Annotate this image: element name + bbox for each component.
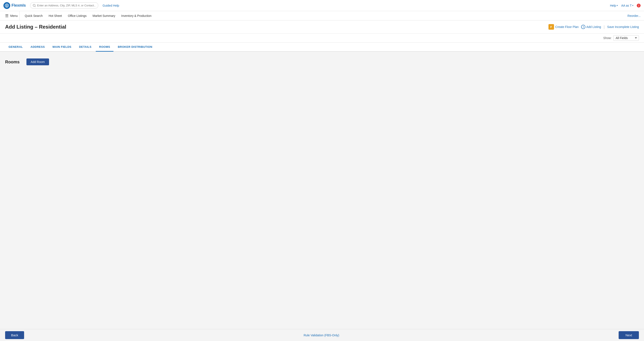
create-floor-plan-button[interactable]: F Create Floor Plan — [548, 24, 579, 30]
nav-hot-sheet[interactable]: Hot Sheet — [46, 11, 64, 20]
tab-general[interactable]: GENERAL — [5, 43, 26, 52]
top-navigation: Flexmls Guided Help Help ▾ AA as T ▾ 2 — [0, 0, 644, 11]
search-input[interactable] — [37, 4, 96, 7]
second-navigation: ☰ Menu Quick Search Hot Sheet Office Lis… — [0, 11, 644, 21]
search-bar[interactable] — [30, 2, 98, 9]
help-button[interactable]: Help ▾ — [610, 4, 618, 7]
user-chevron-icon: ▾ — [632, 4, 633, 7]
logo-text: Flexmls — [12, 3, 26, 8]
svg-line-2 — [35, 6, 36, 7]
show-filter-row: Show: All Fields — [0, 34, 644, 43]
info-icon: i — [581, 25, 585, 29]
separator: | — [604, 25, 605, 29]
tab-broker-distribution[interactable]: BROKER DISTRIBUTION — [114, 43, 156, 52]
tab-address[interactable]: ADDRESS — [27, 43, 48, 52]
add-listing-button[interactable]: i Add Listing — [581, 25, 601, 29]
search-icon — [33, 4, 36, 7]
guided-help-link[interactable]: Guided Help — [102, 4, 119, 7]
user-menu-button[interactable]: AA as T ▾ — [621, 4, 633, 7]
save-incomplete-button[interactable]: Save Incomplete Listing — [607, 25, 639, 29]
logo[interactable]: Flexmls — [4, 2, 26, 9]
add-room-button[interactable]: Add Room — [26, 59, 49, 65]
tab-rooms[interactable]: ROOMS — [96, 43, 114, 52]
notification-badge[interactable]: 2 — [637, 4, 640, 8]
menu-button[interactable]: ☰ Menu — [4, 11, 20, 20]
rooms-section-title: Rooms — [5, 60, 20, 65]
nav-right: Help ▾ AA as T ▾ 2 — [610, 4, 640, 8]
nav-market-summary[interactable]: Market Summary — [90, 11, 118, 20]
show-label: Show: — [603, 36, 612, 40]
main-content: Rooms Add Room — [0, 52, 644, 339]
header-actions: F Create Floor Plan i Add Listing | Save… — [548, 24, 639, 30]
rule-validation-link[interactable]: Rule Validation (FBS-Only) — [304, 333, 339, 337]
menu-label: Menu — [10, 14, 18, 18]
nav-office-listings[interactable]: Office Listings — [65, 11, 89, 20]
tab-bar: GENERAL ADDRESS MAIN FIELDS DETAILS ROOM… — [0, 43, 644, 52]
bottom-bar: Back Rule Validation (FBS-Only) Next — [0, 329, 644, 339]
nav-quick-search[interactable]: Quick Search — [22, 11, 45, 20]
show-select[interactable]: All Fields — [613, 35, 639, 41]
page-header: Add Listing – Residential F Create Floor… — [0, 21, 644, 34]
tab-details[interactable]: DETAILS — [76, 43, 95, 52]
hamburger-icon: ☰ — [5, 14, 8, 18]
nav-inventory-production[interactable]: Inventory & Production — [119, 11, 154, 20]
page-title: Add Listing – Residential — [5, 24, 66, 30]
floor-plan-icon: F — [548, 24, 554, 30]
reorder-button[interactable]: Reorder... — [628, 14, 640, 18]
tab-main-fields[interactable]: MAIN FIELDS — [49, 43, 75, 52]
logo-icon — [4, 2, 10, 9]
next-button[interactable]: Next — [618, 331, 639, 339]
back-button[interactable]: Back — [5, 331, 24, 339]
svg-point-1 — [33, 4, 35, 7]
help-chevron-icon: ▾ — [617, 4, 618, 7]
rooms-header: Rooms Add Room — [5, 59, 639, 65]
